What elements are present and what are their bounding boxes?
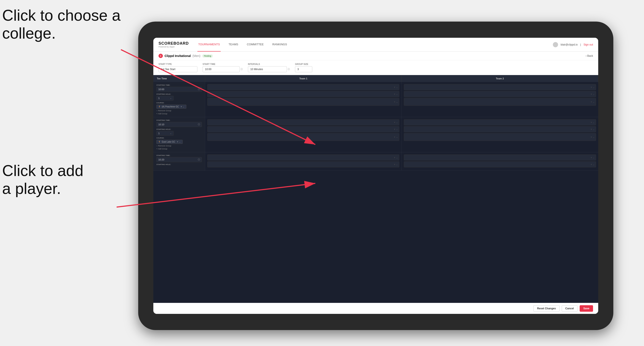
- course-label-1: COURSE:: [156, 102, 202, 104]
- group-team2-1: ×⌄ ×⌄ ×⌄: [402, 82, 598, 117]
- player-slot[interactable]: ×⌄: [404, 91, 596, 97]
- nav-tabs: TOURNAMENTS TEAMS COMMITTEE RANKINGS: [198, 38, 553, 52]
- group-left-2: STARTING TIME: 10:10ⓘ STARTING HOLE: 1⌄ …: [153, 117, 205, 152]
- table-header: Tee Time Team 1 Team 2: [153, 75, 598, 82]
- player-slot[interactable]: ×⌄: [404, 119, 596, 125]
- start-time-info-icon: ⓘ: [240, 68, 243, 71]
- group-team2-2: ×⌄ ×⌄ ×⌄: [402, 117, 598, 152]
- starting-time-label: STARTING TIME:: [156, 84, 202, 86]
- add-group-1[interactable]: + Add Group: [156, 113, 202, 115]
- tournament-gender: (Men): [192, 54, 200, 58]
- logo-sub: Powered by clippd: [158, 46, 189, 48]
- player-slot[interactable]: ×⌄: [207, 91, 399, 97]
- th-team2: Team 2: [402, 75, 598, 82]
- annotation-add-player: Click to adda player.: [2, 162, 83, 198]
- remove-group-2[interactable]: ○ Remove Group: [156, 145, 202, 147]
- player-slot[interactable]: ×⌄: [404, 155, 596, 161]
- table-body: STARTING TIME: 10:00ⓘ STARTING HOLE: 1⌄ …: [153, 82, 598, 303]
- start-type-group: Start Type 1st Tee Start: [158, 63, 198, 72]
- tournament-title: Clippd Invitational: [164, 54, 191, 58]
- sign-out-link[interactable]: Sign out: [584, 43, 593, 46]
- player-slot[interactable]: ×⌄: [207, 155, 399, 161]
- annotation-choose-college: Click to choose acollege.: [2, 6, 120, 42]
- logo-area: SCOREBOARD Powered by clippd: [158, 41, 189, 48]
- start-time-input[interactable]: [202, 66, 240, 72]
- group-size-group: Group Size 3: [295, 63, 312, 72]
- group-team1-3: ×⌄ ×⌄: [205, 152, 402, 171]
- nav-tab-committee[interactable]: COMMITTEE: [246, 38, 264, 52]
- starting-hole-label-1: STARTING HOLE:: [156, 93, 202, 95]
- th-tee-time: Tee Time: [153, 75, 205, 82]
- player-slot[interactable]: ×⌄: [207, 161, 399, 168]
- player-slot[interactable]: ×⌄: [207, 133, 399, 141]
- intervals-select[interactable]: 10 Minutes: [248, 66, 287, 72]
- course-label-2: COURSE:: [156, 137, 202, 139]
- cancel-button[interactable]: Cancel: [562, 305, 578, 312]
- table-row: STARTING TIME: 10:10ⓘ STARTING HOLE: 1⌄ …: [153, 117, 598, 152]
- group-size-label: Group Size: [295, 63, 312, 65]
- form-controls: Start Type 1st Tee Start Start Time ⓘ In…: [153, 60, 598, 75]
- player-slot[interactable]: ×⌄: [404, 98, 596, 106]
- group-left-1: STARTING TIME: 10:00ⓘ STARTING HOLE: 1⌄ …: [153, 82, 205, 117]
- save-button[interactable]: Save: [580, 305, 593, 312]
- start-type-select[interactable]: 1st Tee Start: [158, 66, 198, 72]
- intervals-group: Intervals 10 Minutes ⓘ: [248, 63, 290, 72]
- player-slot[interactable]: ×⌄: [404, 133, 596, 141]
- content-area: Tee Time Team 1 Team 2 STARTING TIME: 10…: [153, 75, 598, 303]
- starting-time-label-3: STARTING TIME:: [156, 155, 202, 156]
- add-group-2[interactable]: + Add Group: [156, 148, 202, 150]
- table-row: STARTING TIME: 10:00ⓘ STARTING HOLE: 1⌄ …: [153, 82, 598, 117]
- starting-hole-field-2[interactable]: 1⌄: [156, 131, 174, 136]
- group-team1-2: ×⌄ ×⌄ ×⌄: [205, 117, 402, 152]
- starting-hole-label-2: STARTING HOLE:: [156, 128, 202, 130]
- start-time-label: Start Time: [202, 63, 243, 65]
- table-row: STARTING TIME: 10:20ⓘ STARTING HOLE: ×⌄ …: [153, 152, 598, 171]
- tournament-badge: C: [158, 54, 163, 58]
- intervals-info-icon: ⓘ: [288, 68, 290, 71]
- tablet-screen: SCOREBOARD Powered by clippd TOURNAMENTS…: [153, 38, 598, 314]
- course-tag-1[interactable]: 🏌 (A) Peachtree GC × ⌄: [156, 105, 186, 109]
- player-slot[interactable]: ×⌄: [207, 84, 399, 90]
- player-slot[interactable]: ×⌄: [207, 98, 399, 106]
- avatar: [553, 42, 558, 47]
- tournament-name: C Clippd Invitational (Men) Hosting: [158, 54, 213, 58]
- reset-changes-button[interactable]: Reset Changes: [534, 305, 560, 312]
- user-email: blair@clippd.io: [561, 43, 578, 46]
- nav-tab-teams[interactable]: TEAMS: [228, 38, 239, 52]
- player-slot[interactable]: ×⌄: [207, 126, 399, 132]
- remove-group-1[interactable]: ○ Remove Group: [156, 110, 202, 112]
- player-slot[interactable]: ×⌄: [404, 126, 596, 132]
- bottom-bar: Reset Changes Cancel Save: [153, 303, 598, 314]
- intervals-label: Intervals: [248, 63, 290, 65]
- navbar: SCOREBOARD Powered by clippd TOURNAMENTS…: [153, 38, 598, 52]
- tablet-frame: SCOREBOARD Powered by clippd TOURNAMENTS…: [138, 21, 613, 330]
- start-type-label: Start Type: [158, 63, 198, 65]
- sub-header: C Clippd Invitational (Men) Hosting ‹ Ba…: [153, 52, 598, 60]
- starting-time-field-3[interactable]: 10:20ⓘ: [156, 157, 202, 162]
- player-slot[interactable]: ×⌄: [207, 119, 399, 125]
- starting-hole-label-3: STARTING HOLE:: [156, 164, 202, 166]
- th-team1: Team 1: [205, 75, 402, 82]
- logo-scoreboard: SCOREBOARD: [158, 41, 189, 46]
- starting-hole-field-1[interactable]: 1⌄: [156, 96, 174, 101]
- group-size-select[interactable]: 3: [295, 66, 312, 72]
- starting-time-field-2[interactable]: 10:10ⓘ: [156, 122, 202, 127]
- group-left-3: STARTING TIME: 10:20ⓘ STARTING HOLE:: [153, 152, 205, 171]
- back-button[interactable]: ‹ Back: [586, 54, 593, 57]
- starting-time-label-2: STARTING TIME:: [156, 119, 202, 121]
- group-team1-1: ×⌄ ×⌄ ×⌄: [205, 82, 402, 117]
- starting-time-field-1[interactable]: 10:00ⓘ: [156, 87, 202, 92]
- nav-tab-rankings[interactable]: RANKINGS: [272, 38, 288, 52]
- player-slot[interactable]: ×⌄: [404, 161, 596, 168]
- player-slot[interactable]: ×⌄: [404, 84, 596, 90]
- course-tag-2[interactable]: 🏌 East Lake GC × ⌄: [156, 140, 183, 144]
- nav-right: blair@clippd.io | Sign out: [553, 42, 593, 47]
- start-time-group: Start Time ⓘ: [202, 63, 243, 72]
- nav-separator: |: [580, 43, 581, 46]
- nav-tab-tournaments[interactable]: TOURNAMENTS: [198, 38, 221, 52]
- hosting-badge: Hosting: [202, 54, 213, 58]
- group-team2-3: ×⌄ ×⌄: [402, 152, 598, 171]
